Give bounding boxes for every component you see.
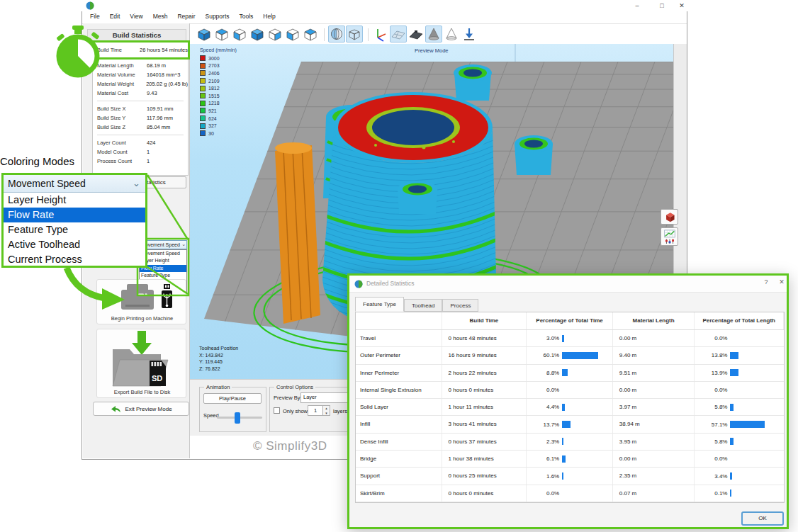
sd-card-icon: SD — [150, 361, 166, 386]
menu-item[interactable]: View — [125, 11, 147, 23]
legend-swatch — [200, 115, 206, 121]
stepper-up-icon[interactable]: ▴ — [323, 406, 330, 411]
variable-settings-button[interactable] — [661, 227, 678, 246]
begin-printing-button[interactable]: Begin Printing on Machine — [96, 279, 186, 324]
dialog-tab[interactable]: Feature Type — [355, 297, 404, 312]
build-time-cell: 16 hours 9 minutes — [442, 347, 527, 363]
toolhead-position-readout: Toolhead Position X: 143.842 Y: 119.445 … — [199, 345, 238, 372]
dialog-tab[interactable]: Process — [442, 299, 478, 312]
feature-name-cell: Inner Perimeter — [356, 365, 442, 381]
callout-option[interactable]: Active Toolhead — [4, 237, 145, 252]
stat-row: Material Length68.19 m — [97, 61, 188, 70]
play-pause-button[interactable]: Play/Pause — [203, 393, 262, 404]
legend-entry: 2406 — [200, 69, 237, 77]
legend-swatch — [200, 70, 206, 76]
dialog-title-bar[interactable]: Detailed Statistics ? ✕ — [349, 276, 787, 293]
length-percent-cell: 0.1% — [695, 485, 784, 502]
time-percent-cell: 8.8% — [527, 365, 613, 381]
dialog-logo-icon — [354, 280, 363, 288]
title-bar[interactable] — [82, 0, 687, 11]
toolbar-icon — [329, 26, 344, 42]
dialog-close-button[interactable]: ✕ — [776, 278, 787, 285]
preview-mode-label: Preview Mode — [415, 47, 449, 54]
dialog-tabs: Feature Type Toolhead Process — [355, 297, 478, 312]
feature-name-cell: Skirt/Brim — [356, 485, 442, 502]
help-button[interactable]: ? — [760, 278, 772, 285]
time-percent-bar — [562, 472, 563, 480]
close-button[interactable]: ✕ — [675, 1, 688, 11]
toolbar-button[interactable] — [249, 26, 266, 43]
divider — [97, 101, 184, 101]
green-down-arrow-icon — [132, 343, 152, 355]
feature-name-cell: Internal Single Extrusion — [356, 382, 442, 398]
toolbar-button[interactable] — [390, 26, 407, 43]
begin-printing-label: Begin Printing on Machine — [97, 315, 187, 322]
toolbar-button[interactable] — [425, 26, 442, 43]
build-time-cell: 0 hours 0 minutes — [442, 382, 527, 398]
toolbar-button[interactable] — [302, 26, 319, 43]
table-row: Support 0 hours 25 minutes 1.6% 2.35 m 3… — [356, 468, 784, 485]
menu-item[interactable]: Tools — [235, 11, 259, 23]
legend-swatch — [200, 130, 206, 136]
stat-row: Process Count1 — [97, 157, 188, 166]
length-percent-cell: 0.0% — [695, 382, 784, 398]
menu-item[interactable]: File — [85, 11, 105, 23]
only-show-checkbox[interactable] — [274, 407, 280, 414]
export-build-file-button[interactable]: SD Export Build File to Disk — [96, 329, 186, 398]
toolbar-button[interactable] — [372, 26, 389, 43]
dialog-tab[interactable]: Toolhead — [404, 299, 442, 312]
machine-control-button[interactable] — [661, 209, 678, 225]
stepper-down-icon[interactable]: ▾ — [323, 411, 330, 416]
toolbar-button[interactable] — [231, 26, 248, 43]
toolbar-icon — [373, 26, 388, 42]
menu-item[interactable]: Repair — [172, 11, 200, 23]
speed-slider-handle[interactable] — [235, 412, 240, 424]
statistics-table: Build TimePercentage of Total TimeMateri… — [355, 312, 785, 503]
callout-option[interactable]: Feature Type — [4, 222, 145, 237]
material-length-cell: 3.95 m — [613, 434, 695, 450]
toolbar-icon — [461, 26, 477, 42]
callout-option[interactable]: Layer Height — [4, 193, 145, 208]
toolbar-button[interactable] — [266, 26, 283, 43]
toolbar-button[interactable] — [443, 26, 460, 43]
toolbar-button[interactable] — [284, 26, 301, 43]
table-row: Travel 0 hours 48 minutes 3.0% 0.00 m 0.… — [356, 330, 784, 347]
length-percent-cell: 13.8% — [695, 347, 784, 363]
length-percent-bar — [730, 438, 734, 445]
menu-item[interactable]: Edit — [105, 11, 125, 23]
detailed-statistics-dialog: Detailed Statistics ? ✕ Feature Type Too… — [347, 273, 789, 529]
callout-option[interactable]: Current Process — [4, 252, 145, 267]
toolbar-icon — [303, 26, 318, 42]
length-percent-cell: 13.9% — [695, 365, 784, 381]
callout-option[interactable]: Flow Rate — [4, 208, 145, 222]
layer-count-input[interactable]: 1 — [308, 405, 323, 416]
ok-button[interactable]: OK — [741, 511, 784, 526]
time-percent-bar — [562, 352, 598, 359]
time-percent-cell: 1.6% — [527, 468, 613, 484]
menu-item[interactable]: Mesh — [148, 11, 173, 23]
export-folder-icon: SD — [104, 331, 179, 389]
build-time-cell: 3 hours 41 minutes — [442, 416, 527, 432]
toolbar-icon — [214, 26, 230, 42]
legend-swatch — [200, 108, 206, 113]
toolbar-button[interactable] — [213, 26, 230, 43]
menu-item[interactable]: Help — [258, 11, 280, 23]
minimize-button[interactable]: – — [631, 1, 644, 11]
layer-count-stepper[interactable]: ▴ ▾ — [323, 405, 330, 416]
preview-by-label: Preview By — [274, 395, 300, 401]
stat-row: Build Size X109.91 mm — [97, 104, 188, 113]
toolbar-button[interactable] — [196, 26, 213, 43]
dropdown-option[interactable]: Feature Type — [140, 272, 186, 279]
material-length-cell: 38.94 m — [613, 416, 695, 432]
callout-select[interactable]: Movement Speed ⌄ — [4, 175, 145, 193]
toolbar-button[interactable] — [346, 26, 363, 43]
toolbar-button[interactable] — [328, 26, 345, 43]
exit-preview-mode-button[interactable]: Exit Preview Mode — [93, 402, 189, 416]
table-row: Outer Perimeter 16 hours 9 minutes 60.1%… — [356, 347, 784, 364]
table-header-cell: Build Time — [442, 312, 527, 329]
maximize-button[interactable]: □ — [656, 1, 668, 11]
feature-name-cell: Solid Layer — [356, 399, 442, 415]
toolbar-button[interactable] — [408, 26, 425, 43]
menu-item[interactable]: Supports — [200, 11, 234, 23]
toolbar-button[interactable] — [461, 26, 478, 43]
